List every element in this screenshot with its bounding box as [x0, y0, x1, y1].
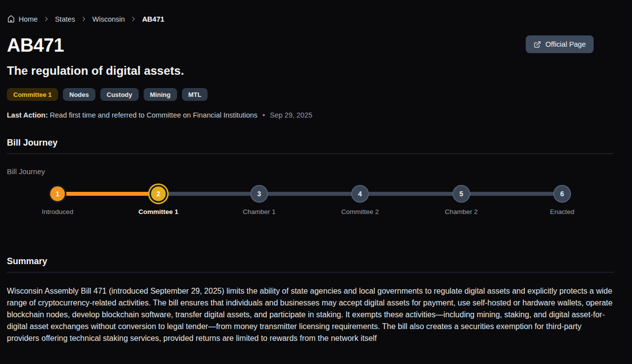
external-link-icon [534, 41, 541, 48]
official-page-label: Official Page [545, 40, 586, 48]
chevron-right-icon [43, 15, 50, 23]
official-page-button[interactable]: Official Page [526, 35, 594, 53]
step-circle: 1 [49, 185, 66, 203]
page-title: AB471 [7, 35, 613, 56]
step-circle: 5 [452, 185, 470, 203]
divider [7, 272, 613, 273]
breadcrumb-home-link[interactable]: Home [7, 15, 38, 23]
breadcrumb-states-link[interactable]: States [55, 15, 75, 23]
last-action-label: Last Action: [7, 111, 48, 119]
breadcrumb-wisconsin-link[interactable]: Wisconsin [92, 15, 125, 23]
step-label: Enacted [550, 208, 574, 215]
step-circle: 4 [351, 185, 369, 203]
step-circle: 3 [250, 185, 268, 203]
summary-section-title: Summary [7, 256, 613, 267]
divider [7, 153, 613, 154]
topic-tag-mtl: MTL [182, 88, 208, 101]
step-label: Chamber 2 [445, 208, 478, 215]
bill-journey-card-label: Bill Journey [7, 167, 613, 176]
step-label: Committee 2 [341, 208, 379, 215]
breadcrumb-home-label: Home [19, 15, 38, 23]
last-action-text: Read first time and referred to Committe… [50, 111, 257, 119]
step-circle: 2 [150, 185, 167, 203]
last-action-separator: • [263, 111, 265, 119]
bill-detail-page: Home States Wisconsin AB471 AB471 Offici… [7, 0, 613, 344]
step-committee-1: 2 Committee 1 [119, 183, 198, 215]
tag-list: Committee 1 Nodes Custody Mining MTL [7, 88, 613, 101]
step-label: Introduced [42, 208, 73, 215]
step-circle: 6 [553, 185, 571, 203]
step-introduced: 1 Introduced [18, 183, 97, 215]
topic-tag-nodes: Nodes [63, 88, 95, 101]
breadcrumb: Home States Wisconsin AB471 [7, 0, 613, 23]
bill-journey-stepper: 1 Introduced 2 Committee 1 3 Chamber 1 4… [7, 183, 613, 223]
topic-tag-mining: Mining [144, 88, 177, 101]
step-enacted: 6 Enacted [523, 183, 602, 215]
chevron-right-icon [80, 15, 88, 23]
topic-tag-custody: Custody [100, 88, 139, 101]
step-chamber-2: 5 Chamber 2 [422, 183, 501, 215]
bill-journey-section-title: Bill Journey [7, 138, 613, 148]
last-action-date: Sep 29, 2025 [270, 111, 312, 119]
step-label: Chamber 1 [243, 208, 276, 215]
step-committee-2: 4 Committee 2 [321, 183, 399, 215]
step-chamber-1: 3 Chamber 1 [220, 183, 299, 215]
bill-subtitle: The regulation of digital assets. [7, 64, 613, 78]
breadcrumb-current: AB471 [142, 15, 164, 23]
home-icon [7, 15, 15, 23]
status-badge: Committee 1 [7, 88, 58, 101]
last-action: Last Action: Read first time and referre… [7, 111, 613, 119]
step-label: Committee 1 [138, 208, 178, 215]
chevron-right-icon [130, 15, 137, 23]
bill-summary-text: Wisconsin Assembly Bill 471 (introduced … [7, 285, 613, 344]
